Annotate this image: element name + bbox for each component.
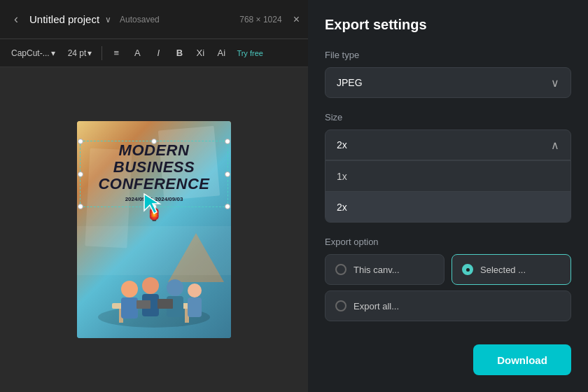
canvas-dimensions: 768 × 1024: [239, 15, 281, 24]
size-options: 1x 2x: [325, 160, 571, 223]
export-panel-title: Export settings: [325, 17, 571, 33]
handle-mid-right[interactable]: [225, 172, 230, 177]
svg-point-4: [121, 281, 138, 298]
canvas-area[interactable]: MODERN BUSINESS CONFERENCE 2024/09/01-20…: [0, 67, 308, 392]
ai-icon[interactable]: Ai: [213, 45, 230, 62]
try-free-label[interactable]: Try free: [237, 49, 263, 57]
handle-top-right[interactable]: [225, 139, 230, 144]
svg-rect-11: [188, 298, 202, 317]
this-canvas-option[interactable]: This canv...: [325, 254, 444, 285]
font-size-selector[interactable]: 24 pt ▾: [64, 46, 97, 61]
svg-point-6: [142, 277, 159, 294]
size-value: 2x: [337, 139, 551, 150]
selected-option[interactable]: Selected ...: [451, 254, 571, 285]
download-button[interactable]: Download: [473, 344, 571, 375]
svg-marker-15: [144, 194, 160, 214]
editor-panel: ‹ Untitled project ∨ Autosaved 768 × 102…: [0, 0, 308, 392]
export-option-label: Export option: [325, 237, 571, 247]
size-option-1x[interactable]: 1x: [326, 160, 570, 191]
poster-scene: [77, 226, 231, 338]
this-canvas-text: This canv...: [354, 265, 400, 275]
handle-bottom-right[interactable]: [225, 204, 230, 209]
selected-text: Selected ...: [480, 265, 526, 275]
close-icon[interactable]: ×: [293, 13, 300, 26]
export-panel: Export settings File type JPEG ∨ Size 2x…: [308, 0, 588, 392]
text-align-icon[interactable]: ≡: [108, 45, 125, 62]
export-all-option[interactable]: Export all...: [325, 290, 571, 321]
selected-radio[interactable]: [462, 264, 473, 275]
svg-rect-12: [136, 300, 150, 309]
file-type-label: File type: [325, 50, 571, 60]
handle-mid-left[interactable]: [78, 172, 83, 177]
size-dropdown[interactable]: 2x ∧: [325, 130, 571, 160]
export-all-radio[interactable]: [335, 300, 346, 312]
export-options-row: This canv... Selected ...: [325, 254, 571, 285]
bold-icon[interactable]: B: [171, 45, 188, 62]
size-label: Size: [325, 112, 571, 122]
svg-rect-5: [121, 298, 138, 318]
svg-point-8: [167, 279, 183, 296]
strikethrough-icon[interactable]: Xi: [192, 45, 209, 62]
size-option-2x[interactable]: 2x: [326, 191, 570, 222]
toolbar-divider: [102, 46, 102, 60]
size-chevron-icon: ∧: [551, 139, 559, 152]
project-title: Untitled project: [29, 13, 99, 25]
cursor-pointer: [141, 191, 167, 219]
italic-icon[interactable]: I: [150, 45, 167, 62]
file-type-value: JPEG: [337, 77, 551, 88]
export-all-text: Export all...: [354, 301, 399, 312]
export-all-row: Export all...: [325, 290, 571, 321]
text-color-icon[interactable]: A: [129, 45, 146, 62]
file-type-chevron-icon: ∨: [551, 76, 559, 90]
toolbar: CapCut-... ▾ 24 pt ▾ ≡ A I B Xi Ai Try f…: [0, 39, 308, 67]
top-bar: ‹ Untitled project ∨ Autosaved 768 × 102…: [0, 0, 308, 39]
back-button[interactable]: ‹: [8, 9, 24, 29]
font-chevron-icon: ▾: [51, 48, 55, 58]
handle-top-mid[interactable]: [151, 139, 157, 144]
svg-rect-13: [158, 299, 173, 309]
spacer: [325, 335, 571, 344]
project-chevron-icon[interactable]: ∨: [105, 15, 111, 24]
size-chevron-icon: ▾: [88, 48, 92, 58]
autosaved-status: Autosaved: [120, 15, 160, 24]
svg-rect-14: [77, 226, 231, 275]
handle-top-left[interactable]: [78, 139, 83, 144]
handle-bottom-left[interactable]: [78, 204, 83, 209]
svg-point-10: [188, 284, 202, 298]
this-canvas-radio[interactable]: [335, 264, 346, 275]
canvas-wrapper: MODERN BUSINESS CONFERENCE 2024/09/01-20…: [77, 121, 231, 338]
font-family-selector[interactable]: CapCut-... ▾: [7, 46, 59, 61]
file-type-dropdown[interactable]: JPEG ∨: [325, 67, 571, 98]
